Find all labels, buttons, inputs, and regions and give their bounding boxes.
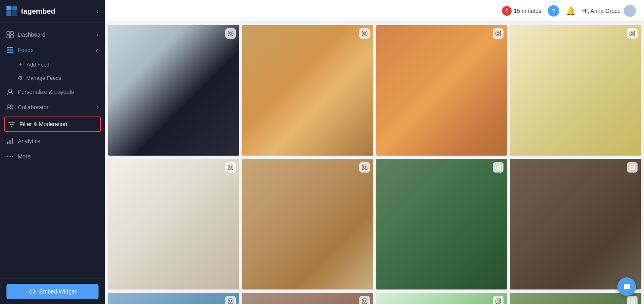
- photo-cell-2[interactable]: [242, 25, 373, 156]
- add-feed-icon: ＋: [18, 61, 23, 68]
- svg-point-43: [631, 166, 634, 169]
- svg-point-19: [12, 156, 13, 157]
- svg-rect-36: [362, 165, 367, 170]
- svg-rect-27: [496, 31, 501, 36]
- svg-rect-9: [7, 50, 13, 51]
- chat-icon: [622, 282, 631, 291]
- sidebar-item-label-feeds: Feeds: [18, 47, 91, 53]
- svg-rect-42: [630, 165, 635, 170]
- logo-icon: [6, 6, 18, 17]
- sidebar-item-label-add-feed: Add Feed: [27, 62, 49, 68]
- photo-cell-6[interactable]: [242, 159, 373, 289]
- feeds-sub-menu: ＋ Add Feed ⚙ Manage Feeds: [0, 58, 105, 84]
- svg-point-38: [365, 165, 366, 166]
- sidebar-item-personalize[interactable]: Personalize & Layouts: [0, 84, 105, 100]
- svg-point-11: [8, 89, 12, 92]
- sidebar-item-filter-moderation[interactable]: Filter & Moderation: [4, 117, 101, 132]
- svg-point-26: [365, 32, 366, 33]
- instagram-icon-10: [359, 296, 370, 304]
- svg-rect-54: [630, 299, 635, 304]
- photo-cell-9[interactable]: [108, 293, 239, 304]
- photo-cell-8[interactable]: [510, 159, 641, 289]
- svg-rect-48: [362, 299, 367, 304]
- dashboard-arrow-icon: ›: [97, 32, 99, 37]
- filter-icon: [8, 121, 15, 128]
- svg-point-34: [229, 166, 232, 169]
- timer-icon: ⏱: [502, 6, 512, 16]
- photo-cell-5[interactable]: [108, 159, 239, 289]
- svg-point-32: [634, 32, 634, 33]
- svg-rect-33: [228, 165, 233, 170]
- svg-point-29: [499, 32, 500, 33]
- photo-cell-10[interactable]: [242, 293, 373, 304]
- content-area: [105, 22, 644, 304]
- svg-point-31: [631, 32, 634, 35]
- instagram-icon-3: [493, 28, 503, 39]
- photo-cell-3[interactable]: [376, 25, 507, 156]
- instagram-icon-7: [493, 162, 503, 173]
- sidebar-item-label-more: More: [18, 153, 99, 160]
- sidebar-item-manage-feeds[interactable]: ⚙ Manage Feeds: [0, 71, 105, 84]
- svg-rect-14: [7, 142, 8, 144]
- sidebar-footer: Embed Widget: [0, 279, 105, 304]
- instagram-icon-9: [225, 296, 236, 304]
- instagram-icon-1: [225, 28, 236, 39]
- svg-rect-7: [10, 35, 13, 38]
- sidebar-item-more[interactable]: More: [0, 149, 105, 164]
- svg-point-17: [7, 156, 8, 157]
- photo-cell-11[interactable]: [376, 293, 507, 304]
- svg-rect-1: [12, 6, 17, 10]
- photo-grid: [108, 25, 641, 304]
- main-content: ⏱ 15 minutes ? 🔔 Hi, Anna Grace: [105, 0, 644, 304]
- feeds-arrow-icon: ∨: [95, 47, 99, 53]
- svg-point-12: [8, 105, 10, 107]
- svg-point-40: [497, 166, 499, 169]
- help-button[interactable]: ?: [548, 5, 559, 17]
- user-menu[interactable]: Hi, Anna Grace: [582, 5, 636, 17]
- personalize-icon: [6, 88, 14, 96]
- chat-support-button[interactable]: [617, 277, 636, 296]
- sidebar-item-label-filter: Filter & Moderation: [19, 121, 97, 127]
- svg-rect-15: [10, 140, 11, 144]
- instagram-icon-2: [359, 28, 370, 39]
- dashboard-icon: [6, 31, 14, 38]
- photo-cell-7[interactable]: [376, 159, 507, 289]
- svg-point-53: [499, 299, 500, 300]
- svg-point-20: [628, 8, 631, 11]
- instagram-icon-4: [627, 28, 638, 39]
- svg-point-46: [229, 300, 232, 302]
- svg-point-37: [363, 166, 366, 169]
- svg-rect-0: [6, 6, 11, 10]
- collapse-sidebar-button[interactable]: ‹: [96, 8, 99, 15]
- analytics-icon: [6, 137, 14, 145]
- notification-bell-icon[interactable]: 🔔: [566, 6, 576, 16]
- sidebar-header: tagembed ‹: [0, 0, 105, 23]
- sidebar-item-label-analytics: Analytics: [18, 138, 99, 144]
- svg-point-49: [363, 300, 366, 302]
- sidebar-item-label-manage-feeds: Manage Feeds: [26, 75, 61, 81]
- photo-cell-1[interactable]: [108, 25, 239, 156]
- timer-label: 15 minutes: [514, 8, 541, 14]
- sidebar-item-add-feed[interactable]: ＋ Add Feed: [0, 58, 105, 71]
- instagram-icon-6: [359, 162, 370, 173]
- svg-point-41: [499, 165, 500, 166]
- instagram-icon-5: [225, 162, 236, 173]
- svg-point-28: [497, 32, 499, 35]
- instagram-icon-8: [627, 162, 638, 173]
- svg-point-50: [365, 299, 366, 300]
- svg-rect-10: [7, 52, 13, 53]
- sidebar-item-collaborator[interactable]: Collaborator ›: [0, 100, 105, 115]
- timer-area: ⏱ 15 minutes: [502, 6, 541, 16]
- sidebar-item-feeds[interactable]: Feeds ∨: [0, 42, 105, 58]
- logo-text: tagembed: [21, 7, 55, 16]
- sidebar-item-analytics[interactable]: Analytics: [0, 133, 105, 149]
- svg-point-13: [10, 105, 13, 107]
- svg-point-25: [363, 32, 366, 35]
- svg-rect-39: [496, 165, 501, 170]
- embed-widget-button[interactable]: Embed Widget: [6, 284, 99, 299]
- svg-rect-30: [630, 31, 635, 36]
- sidebar-item-dashboard[interactable]: Dashboard ›: [0, 27, 105, 42]
- photo-cell-4[interactable]: [510, 25, 641, 156]
- manage-feeds-icon: ⚙: [18, 75, 23, 81]
- svg-rect-45: [228, 299, 233, 304]
